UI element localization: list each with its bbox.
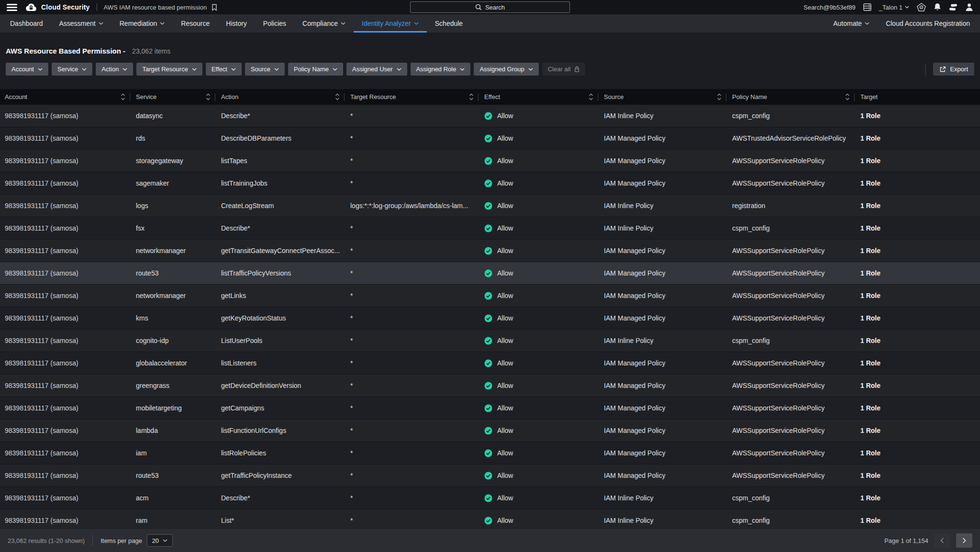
allow-check-icon	[484, 202, 492, 210]
cell-policy-name: AWSSupportServiceRolePolicy	[726, 292, 855, 299]
cell-source: IAM Inline Policy	[598, 224, 726, 232]
notifications-bell-icon[interactable]	[934, 3, 941, 11]
cell-action: getKeyRotationStatus	[215, 314, 345, 322]
cell-effect: Allow	[479, 179, 598, 188]
table-row[interactable]: 983981931117 (samosa) lambda listFunctio…	[0, 420, 980, 442]
nav-item-identity-analyzer[interactable]: Identity Analyzer	[354, 14, 427, 33]
user-profile-icon[interactable]	[965, 3, 973, 11]
cell-effect: Allow	[479, 494, 598, 502]
brand: Cloud Security	[25, 3, 90, 12]
table-row[interactable]: 983981931117 (samosa) kms getKeyRotation…	[0, 307, 980, 330]
pagination-bar: 23,062 results (1-20 shown) Items per pa…	[0, 529, 980, 552]
hamburger-menu-icon[interactable]	[7, 4, 17, 11]
cell-target-resource: logs:*:*:log-group:/aws/lambda/cs-lam...	[345, 202, 479, 210]
nav-item-resource[interactable]: Resource	[173, 14, 218, 33]
column-header-effect[interactable]: Effect	[479, 89, 598, 105]
filter-chip-account[interactable]: Account	[6, 63, 48, 76]
cell-service: cognito-idp	[130, 337, 215, 344]
previous-page-button[interactable]	[934, 533, 950, 548]
chat-feedback-icon[interactable]	[949, 3, 958, 11]
cell-target-resource: *	[345, 359, 479, 367]
column-header-action[interactable]: Action	[215, 89, 345, 105]
cell-target: 1 Role	[855, 202, 980, 210]
filter-chip-service[interactable]: Service	[52, 63, 92, 76]
nav-item-compliance[interactable]: Compliance	[294, 14, 354, 33]
tenant-selector[interactable]: _Talon 1	[879, 4, 909, 11]
cell-service: lambda	[130, 427, 215, 434]
table-row[interactable]: 983981931117 (samosa) iam listRolePolici…	[0, 442, 980, 464]
table-row[interactable]: 983981931117 (samosa) acm Describe* * Al…	[0, 487, 980, 509]
table-row[interactable]: 983981931117 (samosa) storagegateway lis…	[0, 150, 980, 172]
clear-all-button[interactable]: Clear all	[542, 63, 586, 76]
cell-service: greengrass	[130, 382, 215, 389]
filter-chip-source[interactable]: Source	[245, 63, 285, 76]
filter-chip-label: Assigned Role	[416, 66, 457, 73]
filter-chip-assigned-role[interactable]: Assigned Role	[411, 63, 471, 76]
table-row[interactable]: 983981931117 (samosa) networkmanager get…	[0, 285, 980, 307]
filter-chip-effect[interactable]: Effect	[206, 63, 242, 76]
column-header-policy-name[interactable]: Policy Name	[726, 89, 855, 105]
cell-account: 983981931117 (samosa)	[0, 449, 130, 457]
nav-item-history[interactable]: History	[218, 14, 255, 33]
cell-source: IAM Managed Policy	[598, 404, 726, 412]
filter-chip-label: Service	[57, 66, 78, 73]
cell-account: 983981931117 (samosa)	[0, 112, 130, 120]
filter-chip-policy-name[interactable]: Policy Name	[288, 63, 343, 76]
table-row[interactable]: 983981931117 (samosa) sagemaker listTrai…	[0, 172, 980, 195]
page-header: AWS Resource Based Permission - 23,062 i…	[0, 33, 980, 55]
bookmark-icon[interactable]	[212, 4, 217, 11]
global-search-input[interactable]: Search	[410, 1, 570, 13]
cell-effect: Allow	[479, 382, 598, 390]
table-row[interactable]: 983981931117 (samosa) globalaccelerator …	[0, 352, 980, 375]
table-row[interactable]: 983981931117 (samosa) fsx Describe* * Al…	[0, 217, 980, 240]
table-row[interactable]: 983981931117 (samosa) cognito-idp ListUs…	[0, 330, 980, 352]
nav-item-dashboard[interactable]: Dashboard	[2, 14, 51, 33]
table-row[interactable]: 983981931117 (samosa) ram List* * Allow …	[0, 509, 980, 532]
allow-check-icon	[484, 404, 492, 412]
nav-item-schedule[interactable]: Schedule	[427, 14, 471, 33]
items-per-page-select[interactable]: 20	[147, 534, 173, 547]
filter-bar: Account Service Action Target Resource E…	[0, 55, 980, 76]
allow-check-icon	[484, 427, 492, 435]
table-row[interactable]: 983981931117 (samosa) datasync Describe*…	[0, 105, 980, 127]
badge-icon[interactable]	[917, 3, 926, 12]
filter-chip-target-resource[interactable]: Target Resource	[136, 63, 202, 76]
cell-account: 983981931117 (samosa)	[0, 472, 130, 479]
export-button[interactable]: Export	[933, 63, 974, 76]
nav-item-policies[interactable]: Policies	[255, 14, 294, 33]
allow-check-icon	[484, 314, 492, 322]
cell-action: ListUserPools	[215, 337, 345, 344]
table-row[interactable]: 983981931117 (samosa) mobiletargeting ge…	[0, 397, 980, 420]
table-row[interactable]: 983981931117 (samosa) route53 getTraffic…	[0, 464, 980, 487]
filter-chip-assigned-user[interactable]: Assigned User	[346, 63, 407, 76]
nav-right-items: Automate Cloud Accounts Registration	[825, 14, 978, 33]
cell-effect: Allow	[479, 359, 598, 367]
cell-source: IAM Inline Policy	[598, 494, 726, 502]
items-per-page-value: 20	[152, 537, 159, 544]
table-row[interactable]: 983981931117 (samosa) rds DescribeDBPara…	[0, 127, 980, 150]
clear-all-label: Clear all	[548, 66, 571, 73]
cell-target-resource: *	[345, 494, 479, 502]
filter-chip-action[interactable]: Action	[96, 63, 133, 76]
server-rack-icon[interactable]	[863, 3, 871, 11]
nav-item-remediation[interactable]: Remediation	[111, 14, 173, 33]
top-bar: Cloud Security AWS IAM resource based pe…	[0, 0, 980, 14]
nav-item-cloud-accounts-registration[interactable]: Cloud Accounts Registration	[878, 14, 978, 33]
nav-item-assessment[interactable]: Assessment	[51, 14, 111, 33]
next-page-button[interactable]	[956, 533, 972, 548]
table-row[interactable]: 983981931117 (samosa) networkmanager get…	[0, 240, 980, 262]
column-header-target[interactable]: Target	[855, 89, 980, 105]
column-header-source[interactable]: Source	[598, 89, 726, 105]
column-header-service[interactable]: Service	[130, 89, 215, 105]
nav-item-automate[interactable]: Automate	[825, 14, 878, 33]
table-row[interactable]: 983981931117 (samosa) logs CreateLogStre…	[0, 195, 980, 217]
allow-check-icon	[484, 134, 492, 143]
filter-chip-assigned-group[interactable]: Assigned Group	[474, 63, 538, 76]
effect-label: Allow	[497, 224, 513, 232]
page-indicator: Page 1 of 1,154	[884, 537, 928, 544]
table-row[interactable]: 983981931117 (samosa) greengrass getDevi…	[0, 375, 980, 397]
column-header-target-resource[interactable]: Target Resource	[345, 89, 479, 105]
column-header-label: Effect	[484, 93, 500, 100]
column-header-account[interactable]: Account	[0, 89, 130, 105]
table-row[interactable]: 983981931117 (samosa) route53 listTraffi…	[0, 262, 980, 285]
